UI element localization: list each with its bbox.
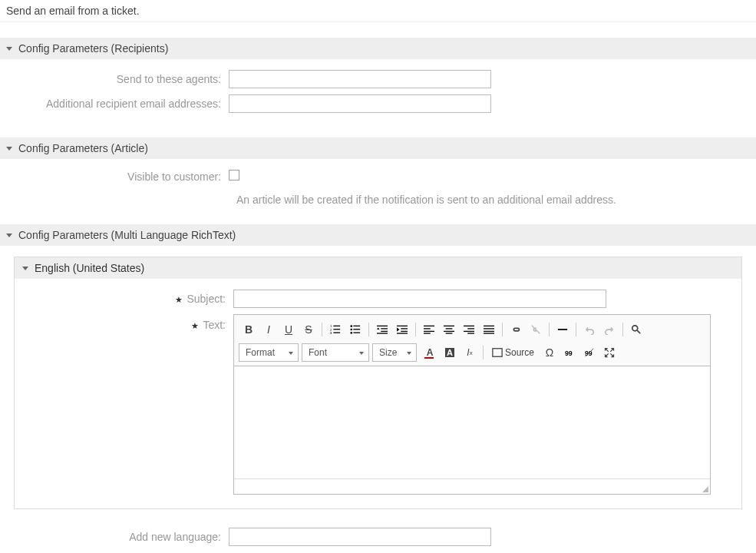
toolbar-separator — [415, 323, 416, 336]
add-language-label: Add new language: — [6, 531, 229, 543]
section-richtext-header[interactable]: Config Parameters (Multi Language RichTe… — [0, 224, 756, 246]
text-color-button[interactable]: A — [420, 343, 440, 363]
svg-point-6 — [350, 325, 352, 327]
svg-rect-17 — [397, 326, 408, 326]
source-button[interactable]: Source — [487, 343, 540, 363]
toolbar-separator — [483, 346, 484, 359]
special-char-button[interactable]: Ω — [540, 343, 560, 363]
caret-down-icon — [6, 233, 12, 237]
svg-rect-25 — [424, 333, 431, 333]
add-language-input[interactable] — [229, 528, 491, 546]
svg-rect-31 — [467, 328, 474, 329]
svg-rect-20 — [397, 333, 408, 333]
svg-rect-9 — [353, 329, 360, 329]
visible-to-customer-checkbox[interactable] — [229, 170, 239, 180]
svg-rect-39 — [558, 329, 567, 330]
section-article: Config Parameters (Article) Visible to c… — [0, 137, 756, 214]
editor-toolbar: B I U S 123 — [234, 315, 710, 366]
code-snippet-button[interactable]: 99 — [560, 343, 579, 363]
undo-button[interactable] — [579, 320, 599, 339]
format-select[interactable]: Format — [239, 343, 299, 362]
svg-rect-5 — [333, 333, 340, 333]
find-button[interactable] — [626, 320, 646, 339]
bold-button[interactable]: B — [239, 320, 259, 339]
underline-button[interactable]: U — [279, 320, 299, 339]
italic-button[interactable]: I — [259, 320, 279, 339]
svg-rect-7 — [353, 326, 360, 326]
svg-rect-32 — [464, 331, 474, 332]
indent-button[interactable] — [392, 320, 412, 339]
svg-rect-14 — [381, 331, 388, 332]
language-header[interactable]: English (United States) — [15, 257, 741, 279]
additional-recipients-input[interactable] — [229, 94, 491, 113]
maximize-button[interactable] — [599, 343, 619, 363]
svg-rect-19 — [401, 331, 408, 332]
align-justify-button[interactable] — [479, 320, 499, 339]
align-center-button[interactable] — [439, 320, 459, 339]
article-note: An article will be created if the notifi… — [236, 189, 750, 206]
caret-down-icon — [22, 267, 28, 270]
unlink-button[interactable] — [526, 320, 546, 339]
svg-rect-13 — [381, 328, 388, 329]
svg-rect-12 — [377, 326, 388, 326]
svg-point-40 — [632, 326, 638, 331]
section-article-header[interactable]: Config Parameters (Article) — [0, 137, 756, 159]
redo-button[interactable] — [599, 320, 619, 339]
subject-input[interactable] — [233, 290, 606, 308]
strike-button[interactable]: S — [299, 320, 319, 339]
svg-rect-28 — [444, 331, 454, 332]
align-right-button[interactable] — [459, 320, 479, 339]
svg-point-10 — [350, 332, 352, 334]
outdent-button[interactable] — [372, 320, 392, 339]
section-richtext: Config Parameters (Multi Language RichTe… — [0, 224, 756, 553]
section-article-title: Config Parameters (Article) — [18, 142, 148, 154]
remove-format-button[interactable]: Ix — [460, 343, 480, 363]
svg-rect-33 — [467, 333, 474, 333]
language-title: English (United States) — [35, 262, 144, 274]
font-select[interactable]: Font — [302, 343, 369, 362]
svg-text:99: 99 — [585, 349, 593, 357]
visible-to-customer-label: Visible to customer: — [6, 171, 229, 183]
horizontal-rule-button[interactable] — [553, 320, 573, 339]
toolbar-separator — [549, 323, 550, 336]
svg-rect-1 — [333, 326, 340, 326]
svg-rect-29 — [446, 333, 453, 333]
svg-line-41 — [637, 330, 640, 333]
svg-rect-22 — [424, 326, 434, 326]
align-left-button[interactable] — [419, 320, 439, 339]
background-color-button[interactable]: A — [440, 343, 460, 363]
richtext-editor: B I U S 123 — [233, 314, 711, 495]
section-recipients-header[interactable]: Config Parameters (Recipients) — [0, 38, 756, 59]
svg-text:3: 3 — [330, 331, 332, 335]
send-to-agents-input[interactable] — [229, 70, 491, 88]
svg-rect-3 — [333, 329, 340, 329]
svg-point-8 — [350, 329, 352, 331]
toolbar-separator — [502, 323, 503, 336]
caret-down-icon — [6, 147, 12, 151]
svg-rect-23 — [424, 328, 431, 329]
editor-resize-handle[interactable] — [234, 478, 710, 494]
language-panel: English (United States) ★ Subject: ★ Tex… — [14, 257, 742, 509]
svg-text:99: 99 — [565, 349, 573, 357]
editor-textarea[interactable] — [234, 366, 710, 478]
unordered-list-button[interactable] — [345, 320, 365, 339]
caret-down-icon — [6, 47, 12, 51]
svg-rect-37 — [484, 333, 494, 333]
svg-rect-34 — [484, 326, 494, 326]
code-snippet-rtl-button[interactable]: 99 — [579, 343, 599, 363]
subject-label: ★ Subject: — [22, 293, 233, 305]
svg-rect-26 — [444, 326, 454, 326]
svg-rect-18 — [401, 328, 408, 329]
ordered-list-button[interactable]: 123 — [325, 320, 345, 339]
toolbar-separator — [576, 323, 576, 336]
size-select[interactable]: Size — [372, 343, 417, 362]
svg-marker-16 — [377, 327, 380, 329]
text-label: ★ Text: — [22, 314, 233, 495]
svg-line-38 — [532, 326, 540, 334]
svg-rect-15 — [377, 333, 388, 333]
link-button[interactable] — [506, 320, 526, 339]
toolbar-separator — [368, 323, 369, 336]
svg-rect-35 — [484, 328, 494, 329]
section-recipients: Config Parameters (Recipients) Send to t… — [0, 38, 756, 127]
page-description: Send an email from a ticket. — [0, 0, 756, 22]
